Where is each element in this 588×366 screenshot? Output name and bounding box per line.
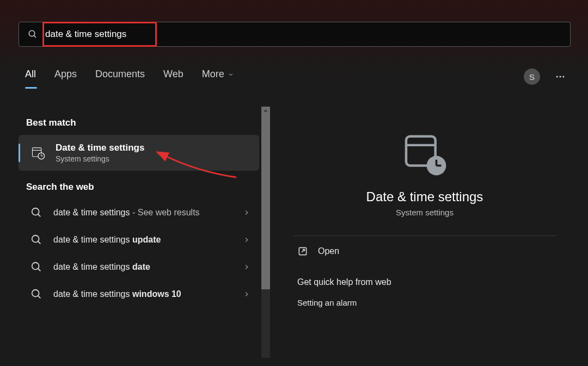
best-match-result[interactable]: Date & time settings System settings [19, 135, 259, 171]
svg-point-15 [32, 263, 39, 270]
open-action[interactable]: Open [283, 236, 566, 266]
quick-help-links: Setting an alarm [283, 291, 566, 314]
chevron-right-icon [243, 209, 250, 216]
web-result-1[interactable]: date & time settings update [19, 226, 259, 253]
tab-all[interactable]: All [25, 69, 36, 85]
quick-help-heading: Get quick help from web [283, 266, 566, 291]
tab-more[interactable]: More [202, 69, 234, 85]
chevron-up-icon [263, 108, 268, 114]
svg-line-14 [38, 241, 41, 244]
date-time-large-icon [401, 131, 448, 177]
svg-line-16 [38, 269, 41, 271]
active-tab-underline [25, 87, 37, 89]
web-result-text: date & time settings update [53, 234, 238, 246]
preview-pane: Date & time settings System settings Ope… [283, 107, 566, 358]
best-match-subtitle: System settings [56, 154, 144, 163]
web-result-text: date & time settings - See web results [53, 207, 238, 219]
chevron-right-icon [243, 263, 250, 271]
open-icon [297, 246, 308, 257]
open-label: Open [318, 246, 339, 256]
chevron-right-icon [243, 236, 250, 244]
svg-point-11 [32, 208, 39, 215]
web-results-list: date & time settings - See web resultsda… [19, 199, 259, 308]
start-search-window: All Apps Documents Web More S Best match [0, 0, 588, 366]
web-result-text: date & time settings windows 10 [53, 288, 238, 300]
date-time-icon [30, 145, 46, 160]
search-bar[interactable] [19, 22, 571, 47]
svg-point-3 [560, 76, 561, 78]
svg-point-4 [562, 76, 564, 78]
svg-point-17 [32, 290, 39, 297]
header-right-controls: S [524, 69, 568, 85]
preview-icon-wrap [283, 131, 566, 177]
filter-tabs: All Apps Documents Web More [25, 69, 234, 85]
tab-apps[interactable]: Apps [54, 69, 77, 85]
svg-point-0 [29, 30, 35, 36]
quick-help-link-0[interactable]: Setting an alarm [283, 291, 566, 314]
web-result-3[interactable]: date & time settings windows 10 [19, 281, 259, 308]
results-column: Best match Date & time settings System s… [19, 107, 259, 358]
tab-web[interactable]: Web [163, 69, 183, 85]
scrollbar-thumb[interactable] [261, 115, 270, 289]
search-icon [30, 234, 42, 246]
svg-point-2 [556, 76, 558, 78]
user-avatar[interactable]: S [524, 69, 540, 85]
best-match-title: Date & time settings [56, 142, 144, 153]
scrollbar-up-button[interactable] [261, 107, 270, 115]
search-icon [28, 29, 38, 39]
chevron-right-icon [243, 290, 250, 298]
search-input[interactable] [44, 28, 561, 40]
search-icon [30, 261, 42, 273]
search-icon [30, 288, 42, 300]
more-options-button[interactable] [552, 69, 568, 85]
preview-title: Date & time settings [283, 189, 566, 204]
preview-subtitle: System settings [283, 208, 566, 217]
chevron-down-icon [228, 71, 234, 78]
search-icon [30, 207, 42, 219]
best-match-heading: Best match [26, 117, 259, 128]
tab-more-label: More [202, 69, 224, 80]
svg-line-18 [38, 296, 41, 299]
ellipsis-icon [555, 71, 566, 82]
search-web-heading: Search the web [26, 182, 259, 193]
best-match-text: Date & time settings System settings [56, 142, 144, 163]
web-result-0[interactable]: date & time settings - See web results [19, 199, 259, 226]
svg-line-12 [38, 214, 41, 217]
svg-point-13 [32, 235, 39, 243]
tab-documents[interactable]: Documents [95, 69, 145, 85]
web-result-text: date & time settings date [53, 261, 238, 273]
svg-line-1 [34, 35, 36, 38]
web-result-2[interactable]: date & time settings date [19, 253, 259, 281]
